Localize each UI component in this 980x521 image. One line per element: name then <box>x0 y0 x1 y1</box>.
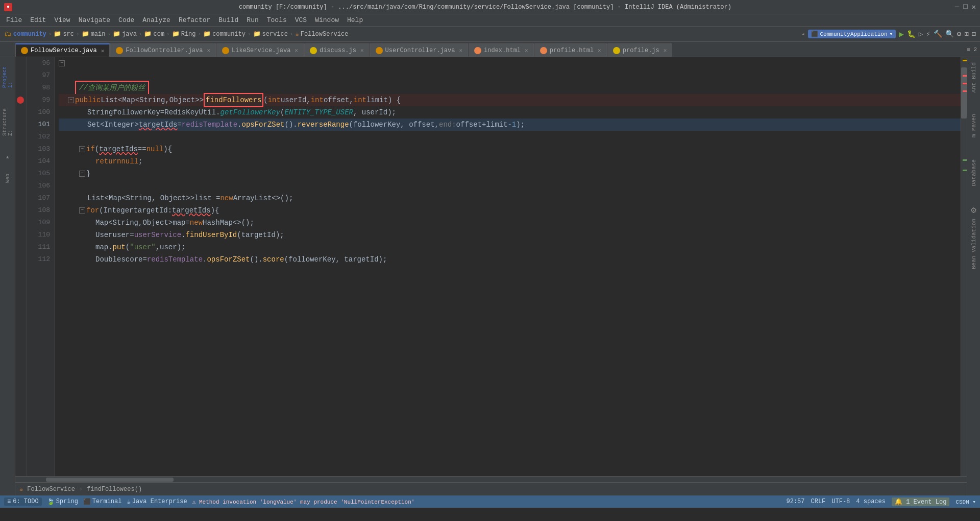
tab-close-icon-7[interactable]: ✕ <box>598 47 601 54</box>
event-log-button[interactable]: 🔔 1 Event Log <box>892 498 949 506</box>
bean-validation-panel[interactable]: Bean Validation <box>970 216 978 272</box>
breadcrumb-method[interactable]: findFollowees() <box>87 486 142 493</box>
close-button[interactable]: ✕ <box>972 3 976 11</box>
method-name-box: findFollowers <box>204 93 263 107</box>
horizontal-scrollbar[interactable] <box>15 476 967 482</box>
todo-label[interactable]: 6: TODO <box>13 498 38 505</box>
sidebar-structure-icon[interactable]: Z: Structure <box>1 102 14 138</box>
sidebar-favorites-icon[interactable]: ★ <box>1 150 14 163</box>
line-ending[interactable]: CRLF <box>811 498 826 505</box>
tab-overflow[interactable]: ≡ 2 <box>964 46 980 53</box>
project-name[interactable]: community <box>13 31 46 38</box>
tab-close-icon-3[interactable]: ✕ <box>295 47 298 54</box>
scroll-marker-5 <box>963 159 967 161</box>
tab-discussjs[interactable]: discuss.js ✕ <box>304 43 370 57</box>
window-controls[interactable]: — □ ✕ <box>955 3 976 11</box>
bean-validation-icon[interactable]: ⚙ <box>971 204 976 216</box>
expand-button[interactable]: ⊞ <box>964 30 968 38</box>
maximize-button[interactable]: □ <box>963 3 967 11</box>
sidebar-web-icon[interactable]: Web <box>1 171 14 186</box>
menu-vcs[interactable]: VCS <box>291 15 311 25</box>
run-config-name: CommunityApplication <box>820 31 888 37</box>
sidebar-project-icon[interactable]: 1: Project <box>1 59 14 90</box>
tab-close-icon-6[interactable]: ✕ <box>525 47 528 54</box>
code-line-108: − for ( Integer targetId: targetIds ){ <box>59 204 961 217</box>
tab-likeservice[interactable]: LikeService.java ✕ <box>216 43 304 57</box>
code-line-101: Set<Integer> targetIds = redisTemplate .… <box>59 119 961 131</box>
fold-icon-96[interactable]: − <box>59 60 65 66</box>
nav-com[interactable]: 📁 com <box>144 30 164 38</box>
cursor-position[interactable]: 92:57 <box>786 498 804 505</box>
menu-window[interactable]: Window <box>311 15 343 25</box>
vertical-scrollbar[interactable] <box>961 57 967 476</box>
tab-indexhtml[interactable]: index.html ✕ <box>469 43 534 57</box>
debug-button[interactable]: 🐛 <box>907 30 916 38</box>
fold-99[interactable]: − <box>68 97 74 103</box>
code-gutter <box>15 57 27 476</box>
tab-usercontroller[interactable]: UserController.java ✕ <box>370 43 468 57</box>
run-config-dropdown[interactable]: ⬛ CommunityApplication ▾ <box>808 30 896 38</box>
minimize-ide-button[interactable]: ⊟ <box>972 30 976 38</box>
menu-file[interactable]: File <box>2 15 26 25</box>
menu-refactor[interactable]: Refactor <box>175 15 214 25</box>
profile-button[interactable]: ⚡ <box>926 30 930 38</box>
database-panel[interactable]: Database <box>970 156 978 190</box>
menu-navigate[interactable]: Navigate <box>75 15 114 25</box>
h-scrollbar-thumb[interactable] <box>46 478 174 482</box>
nav-followservice[interactable]: ☕ FollowService <box>296 30 349 38</box>
run-button[interactable]: ▶ <box>899 29 904 39</box>
nav-java[interactable]: 📁 java <box>113 30 137 38</box>
nav-ring[interactable]: 📁 Ring <box>172 30 196 38</box>
code-line-110: User user= userService . findUserById (t… <box>59 229 961 241</box>
line-num-103: 103 <box>27 143 50 155</box>
nav-service[interactable]: 📁 service <box>253 30 288 38</box>
coverage-button[interactable]: ▷ <box>919 30 923 38</box>
menu-build[interactable]: Build <box>214 15 242 25</box>
search-button[interactable]: 🔍 <box>945 30 954 38</box>
settings-icon[interactable]: ⚙ <box>957 30 961 38</box>
java-enterprise-button[interactable]: ☕ Java Enterprise <box>127 498 187 506</box>
menu-run[interactable]: Run <box>242 15 262 25</box>
breadcrumb-followservice[interactable]: FollowService <box>27 486 75 493</box>
breakpoint-icon[interactable] <box>17 97 24 104</box>
tab-close-icon-5[interactable]: ✕ <box>459 47 462 54</box>
todo-button[interactable]: ≡ 6: TODO <box>4 498 42 506</box>
tab-followservice[interactable]: FollowService.java ✕ <box>15 43 110 57</box>
code-scroll[interactable]: 96 97 98 99 100 101 102 103 104 105 106 … <box>15 57 967 476</box>
gutter-99[interactable] <box>15 94 26 106</box>
nav-community[interactable]: 📁 community <box>203 30 246 38</box>
status-left: ≡ 6: TODO 🍃 Spring ⬛ Terminal ☕ Java Ent… <box>4 498 786 506</box>
code-line-97 <box>59 69 961 82</box>
line-num-109: 109 <box>27 217 50 229</box>
navigate-back-icon[interactable]: ◂ <box>801 31 805 37</box>
menu-view[interactable]: View <box>50 15 74 25</box>
terminal-button[interactable]: ⬛ Terminal <box>83 498 122 506</box>
tab-close-icon-2[interactable]: ✕ <box>207 47 210 54</box>
spring-button[interactable]: 🍃 Spring <box>47 498 78 506</box>
code-editor[interactable]: − //查询某用户的粉丝 − public <box>55 57 961 476</box>
fold-105[interactable]: − <box>79 171 85 177</box>
tab-profilehtml[interactable]: profile.html ✕ <box>534 43 607 57</box>
maven-panel[interactable]: m Maven <box>970 111 978 140</box>
tab-close-icon-8[interactable]: ✕ <box>664 47 667 54</box>
nav-src[interactable]: 📁 src <box>54 30 74 38</box>
spring-label: Spring <box>56 498 78 505</box>
nav-sep-5: › <box>166 31 170 37</box>
fold-108[interactable]: − <box>79 207 85 214</box>
tab-profilejs[interactable]: profile.js ✕ <box>607 43 673 57</box>
menu-tools[interactable]: Tools <box>263 15 291 25</box>
tab-close-icon[interactable]: ✕ <box>101 48 105 54</box>
encoding[interactable]: UTF-8 <box>831 498 850 505</box>
menu-code[interactable]: Code <box>114 15 138 25</box>
menu-help[interactable]: Help <box>343 15 367 25</box>
nav-main[interactable]: 📁 main <box>82 30 106 38</box>
tab-followcontroller[interactable]: FollowController.java ✕ <box>110 43 216 57</box>
ant-build-panel[interactable]: Ant Build <box>970 59 978 96</box>
build-button[interactable]: 🔨 <box>934 30 942 38</box>
indent-setting[interactable]: 4 spaces <box>856 498 886 505</box>
menu-analyze[interactable]: Analyze <box>138 15 175 25</box>
menu-edit[interactable]: Edit <box>26 15 50 25</box>
tab-close-icon-4[interactable]: ✕ <box>360 47 364 54</box>
minimize-button[interactable]: — <box>955 3 959 11</box>
fold-103[interactable]: − <box>79 146 85 152</box>
